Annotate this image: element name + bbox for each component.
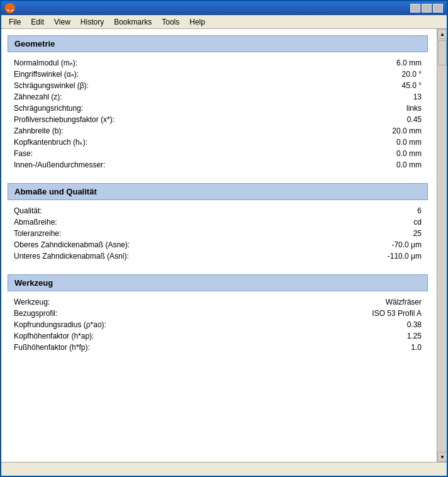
title-bar-buttons	[410, 4, 443, 13]
scroll-thumb[interactable]	[438, 40, 447, 65]
scroll-up-button[interactable]: ▲	[437, 29, 447, 39]
scrollbar: ▲ ▼	[437, 29, 447, 462]
data-row: Bezugsprofil:ISO 53 Profil A	[14, 308, 422, 319]
status-bar	[1, 462, 447, 476]
data-value: 45.0 °	[346, 81, 422, 90]
data-label: Werkzeug:	[14, 298, 346, 306]
data-row: Abmaßreihe:cd	[14, 216, 422, 228]
data-label: Innen-/Außendurchmesser:	[14, 160, 346, 169]
data-row: Oberes Zahndickenabmaß (Asne):-70.0 μm	[14, 239, 422, 250]
minimize-button[interactable]	[410, 4, 420, 13]
data-label: Schrägungsrichtung:	[14, 104, 346, 113]
section-werkzeug: WerkzeugWerkzeug:WälzfräserBezugsprofil:…	[8, 274, 428, 353]
data-value: 20.0 mm	[346, 126, 422, 135]
data-label: Zähnezahl (z):	[14, 93, 346, 101]
data-row: Schrägungsrichtung:links	[14, 103, 422, 114]
menu-item-edit[interactable]: Edit	[26, 16, 49, 28]
data-table-abmasse: Qualität:6Abmaßreihe:cdToleranzreihe:25O…	[8, 205, 428, 262]
scroll-content[interactable]: GeometrieNormalmodul (mₙ):6.0 mmEingriff…	[1, 29, 437, 462]
data-label: Abmaßreihe:	[14, 218, 346, 227]
data-table-werkzeug: Werkzeug:WälzfräserBezugsprofil:ISO 53 P…	[8, 296, 428, 353]
section-header-geometrie: Geometrie	[8, 35, 428, 52]
data-label: Toleranzreihe:	[14, 229, 346, 238]
maximize-button[interactable]	[422, 4, 432, 13]
sections-container: GeometrieNormalmodul (mₙ):6.0 mmEingriff…	[8, 35, 428, 353]
section-geometrie: GeometrieNormalmodul (mₙ):6.0 mmEingriff…	[8, 35, 428, 171]
menu-bar: FileEditViewHistoryBookmarksToolsHelp	[1, 15, 447, 29]
data-label: Normalmodul (mₙ):	[14, 59, 346, 67]
data-label: Oberes Zahndickenabmaß (Asne):	[14, 240, 346, 249]
close-button[interactable]	[433, 4, 443, 13]
section-abmasse: Abmaße und QualitätQualität:6Abmaßreihe:…	[8, 183, 428, 262]
data-label: Kopfrundungsradius (ρ*ao):	[14, 320, 346, 329]
data-value: 0.0 mm	[346, 149, 422, 158]
content-area: GeometrieNormalmodul (mₙ):6.0 mmEingriff…	[1, 29, 447, 462]
data-row: Kopfkantenbruch (hₖ):0.0 mm	[14, 137, 422, 148]
data-row: Eingriffswinkel (αₙ):20.0 °	[14, 69, 422, 80]
data-value: 0.38	[346, 320, 422, 329]
data-label: Bezugsprofil:	[14, 309, 346, 318]
data-row: Schrägungswinkel (β):45.0 °	[14, 80, 422, 91]
data-value: cd	[346, 218, 422, 227]
data-value: 0.0 mm	[346, 160, 422, 169]
menu-item-view[interactable]: View	[49, 16, 76, 28]
data-value: 25	[346, 229, 422, 238]
data-row: Zähnezahl (z):13	[14, 91, 422, 103]
menu-item-history[interactable]: History	[76, 16, 109, 28]
section-header-werkzeug: Werkzeug	[8, 274, 428, 291]
section-header-abmasse: Abmaße und Qualität	[8, 183, 428, 200]
data-table-geometrie: Normalmodul (mₙ):6.0 mmEingriffswinkel (…	[8, 57, 428, 171]
data-row: Unteres Zahndickenabmaß (Asni):-110.0 μm	[14, 250, 422, 262]
data-row: Werkzeug:Wälzfräser	[14, 296, 422, 308]
data-label: Fase:	[14, 149, 346, 158]
data-value: -110.0 μm	[346, 252, 422, 261]
menu-item-bookmarks[interactable]: Bookmarks	[109, 16, 157, 28]
title-bar: 🦊	[1, 1, 447, 15]
scroll-down-button[interactable]: ▼	[437, 452, 447, 462]
data-row: Fußhöhenfaktor (h*fp):1.0	[14, 342, 422, 353]
data-row: Zahnbreite (b):20.0 mm	[14, 125, 422, 137]
data-value: 13	[346, 93, 422, 101]
data-value: 1.0	[346, 343, 422, 352]
data-value: links	[346, 104, 422, 113]
data-value: -70.0 μm	[346, 240, 422, 249]
data-label: Zahnbreite (b):	[14, 126, 346, 135]
menu-item-file[interactable]: File	[4, 16, 26, 28]
data-row: Profilverschiebungsfaktor (x*):0.45	[14, 114, 422, 125]
data-row: Fase:0.0 mm	[14, 148, 422, 159]
data-label: Fußhöhenfaktor (h*fp):	[14, 343, 346, 352]
data-label: Qualität:	[14, 206, 346, 215]
data-row: Kopfhöhenfaktor (h*ap):1.25	[14, 330, 422, 342]
data-value: 1.25	[346, 332, 422, 340]
title-bar-left: 🦊	[5, 3, 18, 13]
data-value: 6.0 mm	[346, 59, 422, 67]
main-window: 🦊 FileEditViewHistoryBookmarksToolsHelp …	[0, 0, 448, 477]
data-value: 20.0 °	[346, 70, 422, 79]
data-row: Toleranzreihe:25	[14, 228, 422, 239]
data-label: Kopfhöhenfaktor (h*ap):	[14, 332, 346, 340]
data-row: Normalmodul (mₙ):6.0 mm	[14, 57, 422, 69]
menu-item-help[interactable]: Help	[184, 16, 210, 28]
data-value: Wälzfräser	[346, 298, 422, 306]
data-row: Innen-/Außendurchmesser:0.0 mm	[14, 159, 422, 171]
scroll-track[interactable]	[437, 39, 447, 452]
data-row: Kopfrundungsradius (ρ*ao):0.38	[14, 319, 422, 330]
data-label: Unteres Zahndickenabmaß (Asni):	[14, 252, 346, 261]
data-label: Kopfkantenbruch (hₖ):	[14, 138, 346, 147]
data-label: Profilverschiebungsfaktor (x*):	[14, 115, 346, 124]
data-value: ISO 53 Profil A	[346, 309, 422, 318]
data-value: 6	[346, 206, 422, 215]
data-label: Schrägungswinkel (β):	[14, 81, 346, 90]
data-row: Qualität:6	[14, 205, 422, 216]
data-value: 0.0 mm	[346, 138, 422, 147]
firefox-icon: 🦊	[5, 3, 15, 13]
data-label: Eingriffswinkel (αₙ):	[14, 70, 346, 79]
menu-item-tools[interactable]: Tools	[157, 16, 184, 28]
data-value: 0.45	[346, 115, 422, 124]
